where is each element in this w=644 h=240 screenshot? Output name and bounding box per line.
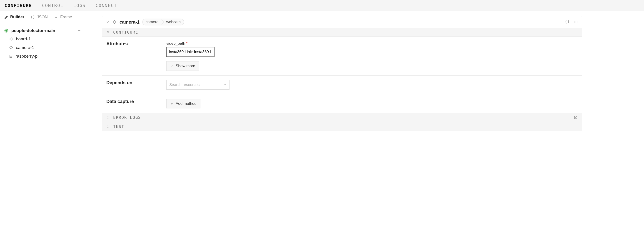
chip-type: camera	[142, 20, 162, 24]
tree-root[interactable]: people-detector-main	[2, 26, 84, 35]
plus-icon	[170, 102, 174, 105]
top-tabs: CONFIGURE CONTROL LOGS CONNECT	[0, 0, 644, 11]
tab-logs[interactable]: LOGS	[74, 3, 86, 8]
svg-point-4	[574, 21, 575, 22]
depends-placeholder: Search resources	[169, 83, 200, 87]
sidebar-tree: people-detector-main board-1	[0, 23, 86, 64]
section-test-title: TEST	[113, 124, 124, 129]
tree-item-label: camera-1	[16, 45, 34, 50]
video-path-input[interactable]	[166, 47, 214, 57]
braces-icon	[31, 15, 35, 19]
section-error-logs-title: ERROR LOGS	[113, 115, 141, 120]
svg-point-2	[6, 30, 7, 31]
tree-root-label: people-detector-main	[11, 28, 55, 33]
tab-control[interactable]: CONTROL	[42, 3, 64, 8]
depends-select[interactable]: Search resources	[166, 80, 230, 90]
svg-point-5	[575, 21, 576, 22]
resource-name: camera-1	[120, 19, 140, 25]
sidebar: Builder JSON Frame	[0, 11, 86, 240]
tools-icon	[4, 15, 8, 19]
data-capture-label: Data capture	[106, 99, 166, 109]
section-test-header[interactable]: TEST	[102, 122, 582, 131]
subtab-builder-label: Builder	[10, 15, 24, 19]
tree-item-board-1[interactable]: board-1	[2, 35, 84, 43]
section-attributes: Attributes video_path* Show more	[102, 37, 582, 76]
section-data-capture: Data capture Add method	[102, 94, 582, 113]
tree-item-label: board-1	[16, 36, 31, 41]
chevron-down-icon	[170, 64, 174, 68]
card-header: camera-1 camera webcam	[102, 16, 582, 28]
tree-item-label: raspberry-pi	[16, 54, 38, 59]
video-path-label: video_path*	[166, 41, 578, 46]
diamond-icon	[112, 20, 117, 24]
expand-icon	[106, 116, 110, 119]
add-component-button[interactable]	[76, 28, 82, 33]
subtab-json-label: JSON	[37, 15, 48, 19]
resource-type-chip[interactable]: camera webcam	[142, 19, 184, 25]
svg-point-6	[577, 21, 578, 22]
diamond-icon	[9, 46, 13, 50]
braces-icon[interactable]	[565, 20, 570, 24]
required-star: *	[186, 41, 188, 46]
gutter	[86, 11, 94, 240]
chip-model: webcam	[162, 20, 184, 24]
tree-item-raspberry-pi[interactable]: raspberry-pi	[2, 52, 84, 61]
subtab-frame[interactable]: Frame	[54, 15, 72, 19]
axes-icon	[54, 15, 58, 19]
add-method-label: Add method	[176, 101, 196, 106]
tree-item-camera-1[interactable]: camera-1	[2, 43, 84, 52]
add-method-button[interactable]: Add method	[166, 99, 200, 109]
subtab-json[interactable]: JSON	[31, 15, 48, 19]
subtab-frame-label: Frame	[60, 15, 72, 19]
more-icon[interactable]	[574, 20, 578, 24]
tab-configure[interactable]: CONFIGURE	[4, 3, 32, 8]
square-icon	[9, 54, 13, 58]
show-more-label: Show more	[176, 64, 195, 68]
tab-connect[interactable]: CONNECT	[96, 3, 117, 8]
main: camera-1 camera webcam	[94, 11, 644, 240]
resource-card: camera-1 camera webcam	[102, 16, 582, 131]
chevron-down-icon	[224, 83, 226, 86]
attributes-label: Attributes	[106, 41, 166, 71]
section-error-logs-header[interactable]: ERROR LOGS	[102, 113, 582, 122]
show-more-button[interactable]: Show more	[166, 61, 199, 71]
target-icon	[4, 28, 9, 33]
section-depends: Depends on Search resources	[102, 76, 582, 94]
subtab-builder[interactable]: Builder	[4, 15, 24, 19]
collapse-icon	[106, 31, 110, 34]
chevron-down-icon[interactable]	[106, 20, 110, 24]
depends-label: Depends on	[106, 80, 166, 90]
section-configure-title: CONFIGURE	[113, 30, 138, 34]
section-configure-header[interactable]: CONFIGURE	[102, 28, 582, 37]
expand-icon	[106, 125, 110, 128]
sidebar-subtabs: Builder JSON Frame	[0, 11, 86, 23]
diamond-icon	[9, 37, 13, 41]
external-link-icon[interactable]	[574, 116, 578, 120]
